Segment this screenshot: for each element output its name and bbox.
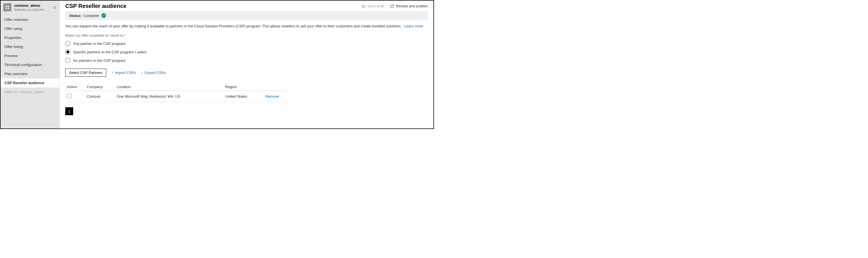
col-active: Active — [65, 85, 87, 89]
row-location: One Microsoft Way, Redmond, WA, US — [117, 94, 225, 98]
sidebar-item-csp-reseller-audience[interactable]: CSP Reseller audience — [1, 78, 59, 88]
resell-field-label: Make my offer available for resell to * — [64, 33, 429, 37]
description: You can expand the reach of your offer b… — [64, 24, 429, 28]
grid-icon — [5, 5, 10, 9]
review-publish-top-button[interactable]: Review and publish — [390, 4, 428, 8]
import-csps-label: Import CSPs — [115, 71, 136, 75]
row-region: United States — [225, 94, 265, 98]
csp-table: Active Company Location Region Contoso O… — [65, 83, 290, 102]
app-tile-icon — [3, 3, 11, 11]
save-draft-top-label: Save draft — [367, 4, 384, 8]
pager: 1 — [65, 107, 428, 115]
table-row: Contoso One Microsoft Way, Redmond, WA, … — [65, 91, 290, 102]
svg-rect-3 — [8, 8, 9, 9]
radio-specific-label: Specific partners in the CSP program I s… — [73, 50, 146, 54]
radio-icon — [65, 41, 70, 46]
description-text: You can expand the reach of your offer b… — [65, 24, 402, 28]
row-active-checkbox[interactable] — [67, 94, 71, 98]
col-region: Region — [225, 85, 265, 89]
import-csps-link[interactable]: Import CSPs — [111, 71, 136, 75]
sidebar-item-offer-overview[interactable]: Offer overview — [1, 15, 59, 24]
save-draft-top-button: Save draft — [362, 4, 384, 8]
app-subtitle: Software as a Service — [14, 8, 44, 11]
radio-specific-partners[interactable]: Specific partners in the CSP program I s… — [65, 50, 428, 55]
app-name: contoso_demo — [14, 3, 44, 8]
csp-actions-row: Select CSP Partners Import CSPs Export C… — [64, 69, 429, 77]
sidebar-header: contoso_demo Software as a Service — [1, 1, 59, 13]
radio-icon — [65, 50, 70, 55]
publish-icon — [390, 4, 394, 8]
download-icon — [141, 71, 144, 74]
table-header: Active Company Location Region — [65, 83, 290, 91]
save-icon — [362, 4, 366, 8]
col-company: Company — [87, 85, 117, 89]
radio-none-label: No partners in the CSP program — [73, 58, 125, 63]
select-csp-partners-button[interactable]: Select CSP Partners — [65, 69, 106, 77]
sidebar-item-offer-listing[interactable]: Offer listing — [1, 42, 59, 52]
radio-icon — [65, 58, 70, 63]
col-location: Location — [117, 85, 225, 89]
page-1-button[interactable]: 1 — [65, 107, 73, 115]
sidebar-item-offer-setup[interactable]: Offer setup — [1, 24, 59, 33]
sidebar-item-preview[interactable]: Preview — [1, 52, 59, 60]
row-company: Contoso — [87, 94, 117, 98]
svg-rect-2 — [6, 8, 7, 9]
swap-icon[interactable] — [53, 6, 57, 9]
export-csps-link[interactable]: Export CSPs — [141, 71, 165, 75]
status-label: Status: — [69, 13, 82, 18]
sidebar-nav: Offer overview Offer setup Properties Of… — [1, 15, 59, 97]
status-bar: Status: Complete — [65, 11, 428, 20]
sidebar-item-technical-configuration[interactable]: Technical configuration — [1, 60, 59, 69]
title-actions: Save draft Review and publish — [362, 4, 428, 8]
sidebar-item-plan-overview[interactable]: Plan overview — [1, 69, 59, 78]
status-complete-icon — [101, 13, 106, 18]
main: CSP Reseller audience Save draft Review … — [60, 1, 433, 128]
learn-more-link[interactable]: Learn more — [404, 24, 423, 28]
titlebar: CSP Reseller audience Save draft Review … — [64, 3, 429, 11]
radio-any-label: Any partner in the CSP program — [73, 41, 125, 46]
svg-rect-1 — [8, 6, 9, 7]
status-value: Complete — [83, 13, 99, 18]
export-csps-label: Export CSPs — [145, 71, 165, 75]
radio-no-partners[interactable]: No partners in the CSP program — [65, 58, 428, 63]
radio-any-partner[interactable]: Any partner in the CSP program — [65, 41, 428, 46]
row-remove-link[interactable]: Remove — [265, 94, 290, 98]
sidebar-item-properties[interactable]: Properties — [1, 33, 59, 42]
sidebar: contoso_demo Software as a Service Offer… — [1, 1, 60, 128]
page-title: CSP Reseller audience — [65, 3, 126, 9]
sidebar-offer-id: Offer ID: contoso_demo — [1, 88, 59, 97]
check-icon — [102, 14, 105, 17]
svg-rect-0 — [6, 6, 7, 7]
upload-icon — [111, 71, 114, 74]
resell-radio-group: Any partner in the CSP program Specific … — [64, 41, 429, 63]
review-publish-top-label: Review and publish — [396, 4, 428, 8]
